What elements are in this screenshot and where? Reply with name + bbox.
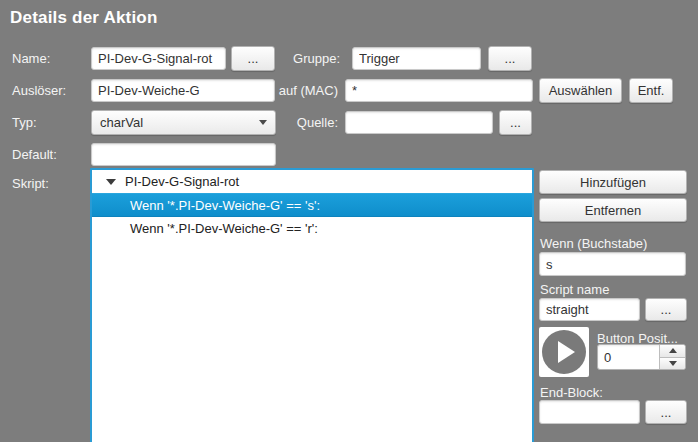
tree-row-label: Wenn '*.PI-Dev-Weiche-G' == 's': [130, 198, 320, 213]
spin-up-button[interactable] [660, 345, 685, 357]
action-details-dialog: Details der Aktion Name: ... Gruppe: ...… [0, 0, 698, 442]
script-name-browse-button[interactable]: ... [645, 298, 687, 321]
spin-up-icon [669, 348, 677, 353]
default-label: Default: [12, 143, 57, 166]
mac-input[interactable] [345, 79, 533, 102]
quelle-input[interactable] [345, 111, 493, 134]
tree-root-row[interactable]: PI-Dev-G-Signal-rot [92, 170, 532, 193]
script-name-input[interactable] [539, 298, 640, 321]
button-position-spinner[interactable] [597, 344, 686, 370]
ausloeser-input[interactable] [91, 79, 275, 102]
name-input[interactable] [91, 47, 226, 70]
auswaehlen-button[interactable]: Auswählen [539, 78, 622, 103]
play-icon [542, 330, 586, 374]
typ-combobox[interactable]: charVal [91, 110, 276, 135]
ausloeser-label: Auslöser: [12, 79, 66, 102]
end-block-browse-button[interactable]: ... [645, 400, 687, 424]
gruppe-input[interactable] [352, 47, 481, 70]
dialog-title: Details der Aktion [10, 8, 158, 28]
hinzufuegen-button[interactable]: Hinzufügen [539, 170, 687, 194]
tree-expander-icon[interactable] [106, 179, 116, 185]
quelle-label: Quelle: [260, 111, 338, 134]
end-block-input[interactable] [539, 400, 640, 424]
typ-label: Typ: [12, 111, 37, 134]
tree-row-wenn-s[interactable]: Wenn '*.PI-Dev-Weiche-G' == 's': [92, 193, 532, 217]
typ-combobox-value: charVal [100, 115, 259, 130]
mac-label: auf (MAC) [260, 79, 338, 102]
spin-down-icon [669, 361, 677, 366]
button-position-input[interactable] [598, 345, 659, 369]
tree-row-label: Wenn '*.PI-Dev-Weiche-G' == 'r': [130, 221, 318, 236]
entfernen-button[interactable]: Entfernen [539, 198, 687, 222]
gruppe-label: Gruppe: [260, 47, 340, 70]
skript-label: Skript: [12, 172, 49, 195]
quelle-browse-button[interactable]: ... [499, 110, 532, 135]
gruppe-browse-button[interactable]: ... [488, 46, 532, 71]
script-tree[interactable]: PI-Dev-G-Signal-rot Wenn '*.PI-Dev-Weich… [90, 168, 534, 442]
default-input[interactable] [91, 143, 276, 166]
wenn-buchstabe-input[interactable] [539, 252, 686, 276]
tree-root-label: PI-Dev-G-Signal-rot [125, 174, 239, 189]
name-label: Name: [12, 47, 50, 70]
play-button[interactable] [539, 327, 589, 377]
spin-down-button[interactable] [660, 357, 685, 370]
tree-row-wenn-r[interactable]: Wenn '*.PI-Dev-Weiche-G' == 'r': [92, 217, 532, 240]
entf-button[interactable]: Entf. [629, 78, 673, 103]
